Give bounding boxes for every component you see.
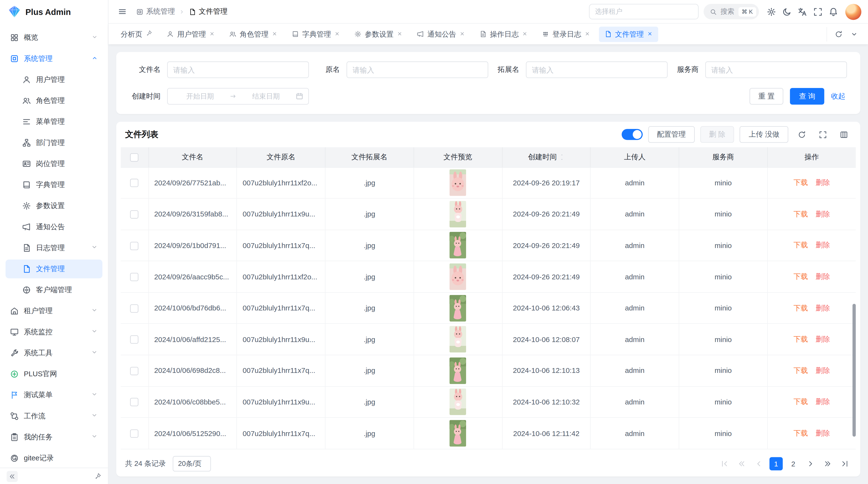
sidebar-item[interactable]: 系统监控 bbox=[5, 323, 102, 342]
collapse-filter-link[interactable]: 收起 bbox=[831, 91, 847, 101]
page-size-select[interactable]: 20条/页 bbox=[173, 456, 211, 472]
column-header[interactable]: 服务商 bbox=[679, 147, 768, 167]
column-header[interactable]: 上传人 bbox=[590, 147, 679, 167]
sidebar-item[interactable]: 我的任务 bbox=[5, 428, 102, 447]
delete-button[interactable]: 删 除 bbox=[700, 126, 734, 143]
column-header[interactable]: 操作 bbox=[768, 147, 856, 167]
tab-item[interactable]: 通知公告 bbox=[411, 26, 471, 42]
filter-field-input[interactable] bbox=[346, 61, 488, 78]
download-link[interactable]: 下载 bbox=[794, 304, 808, 312]
tab-item[interactable]: 参数设置 bbox=[349, 26, 408, 42]
column-header[interactable]: 文件拓展名 bbox=[325, 147, 414, 167]
delete-link[interactable]: 删除 bbox=[816, 335, 830, 343]
delete-link[interactable]: 删除 bbox=[816, 366, 830, 375]
cell-preview[interactable] bbox=[414, 418, 502, 449]
column-header[interactable]: 文件预览 bbox=[414, 147, 502, 167]
filter-field-input[interactable] bbox=[167, 61, 309, 78]
sidebar-item[interactable]: 客户端管理 bbox=[5, 281, 102, 299]
column-settings-button[interactable] bbox=[836, 127, 851, 142]
cell-preview[interactable] bbox=[414, 167, 502, 198]
table-scrollbar[interactable] bbox=[852, 304, 856, 437]
next-page-button[interactable] bbox=[804, 457, 817, 470]
close-icon[interactable] bbox=[647, 30, 653, 38]
column-header[interactable]: 文件名 bbox=[148, 147, 237, 167]
download-link[interactable]: 下载 bbox=[794, 398, 808, 406]
search-button[interactable]: 查 询 bbox=[790, 88, 824, 105]
delete-link[interactable]: 删除 bbox=[816, 304, 830, 312]
filter-field-input[interactable] bbox=[705, 61, 847, 78]
close-icon[interactable] bbox=[272, 30, 277, 38]
download-link[interactable]: 下载 bbox=[794, 335, 808, 343]
first-page-button[interactable] bbox=[718, 457, 731, 470]
cell-preview[interactable] bbox=[414, 230, 502, 261]
row-checkbox[interactable] bbox=[130, 241, 138, 250]
sidebar-item[interactable]: 参数设置 bbox=[5, 196, 102, 215]
sidebar-item[interactable]: 概览 bbox=[5, 28, 102, 47]
config-manage-button[interactable]: 配置管理 bbox=[648, 126, 695, 143]
global-search-button[interactable]: 搜索 ⌘ K bbox=[703, 4, 759, 19]
tab-item[interactable]: 用户管理 bbox=[161, 26, 220, 42]
user-avatar[interactable] bbox=[845, 4, 862, 20]
sidebar-item[interactable]: gitee记录 bbox=[5, 449, 102, 467]
close-icon[interactable] bbox=[397, 30, 402, 38]
tab-item[interactable]: 角色管理 bbox=[224, 26, 283, 42]
breadcrumb-item[interactable]: 系统管理 bbox=[136, 7, 175, 17]
close-icon[interactable] bbox=[460, 30, 465, 38]
download-link[interactable]: 下载 bbox=[794, 366, 808, 375]
tenant-select-input[interactable] bbox=[589, 4, 699, 19]
jump-forward-button[interactable] bbox=[821, 457, 834, 470]
cell-preview[interactable] bbox=[414, 292, 502, 324]
sidebar-item[interactable]: 字典管理 bbox=[5, 175, 102, 194]
row-checkbox[interactable] bbox=[130, 210, 138, 218]
cell-preview[interactable] bbox=[414, 355, 502, 386]
sidebar-item[interactable]: 系统管理 bbox=[5, 49, 102, 68]
sidebar-item[interactable]: PLUS官网 bbox=[5, 365, 102, 384]
row-checkbox[interactable] bbox=[130, 398, 138, 407]
page-button-1[interactable]: 1 bbox=[769, 457, 783, 470]
jump-back-button[interactable] bbox=[735, 457, 748, 470]
delete-link[interactable]: 删除 bbox=[816, 210, 830, 218]
download-link[interactable]: 下载 bbox=[794, 272, 808, 281]
column-header[interactable]: 创建时间 bbox=[502, 147, 590, 167]
breadcrumb-item[interactable]: 文件管理 bbox=[189, 7, 227, 17]
column-header[interactable]: 文件原名 bbox=[237, 147, 325, 167]
delete-link[interactable]: 删除 bbox=[816, 179, 830, 187]
tab-item[interactable]: 登录日志 bbox=[536, 26, 596, 42]
sidebar-item[interactable]: 通知公告 bbox=[5, 218, 102, 236]
bell-button[interactable] bbox=[826, 4, 840, 19]
app-logo[interactable]: Plus Admin bbox=[0, 0, 108, 23]
tab-item[interactable]: 操作日志 bbox=[474, 26, 533, 42]
sidebar-item[interactable]: 工作流 bbox=[5, 407, 102, 425]
sidebar-collapse-button[interactable] bbox=[7, 471, 18, 482]
refresh-table-button[interactable] bbox=[794, 127, 809, 142]
filter-field-input[interactable] bbox=[526, 61, 668, 78]
delete-link[interactable]: 删除 bbox=[816, 272, 830, 281]
row-checkbox[interactable] bbox=[130, 273, 138, 281]
close-icon[interactable] bbox=[585, 30, 590, 38]
cell-preview[interactable] bbox=[414, 198, 502, 230]
close-icon[interactable] bbox=[209, 30, 215, 38]
select-all-checkbox[interactable] bbox=[130, 153, 138, 161]
close-icon[interactable] bbox=[522, 30, 528, 38]
sidebar-item[interactable]: 角色管理 bbox=[5, 91, 102, 110]
moon-button[interactable] bbox=[779, 4, 794, 19]
sidebar-item[interactable]: 岗位管理 bbox=[5, 155, 102, 173]
tab-item[interactable]: 分析页 bbox=[115, 26, 158, 42]
sidebar-item[interactable]: 租户管理 bbox=[5, 301, 102, 320]
page-button-2[interactable]: 2 bbox=[786, 457, 800, 470]
upload-button[interactable]: 上传 没做 bbox=[740, 126, 788, 143]
translate-button[interactable] bbox=[795, 4, 809, 19]
cell-preview[interactable] bbox=[414, 324, 502, 355]
row-checkbox[interactable] bbox=[130, 429, 138, 438]
download-link[interactable]: 下载 bbox=[794, 179, 808, 187]
fullscreen-button[interactable] bbox=[810, 4, 825, 19]
row-checkbox[interactable] bbox=[130, 335, 138, 344]
sidebar-item[interactable]: 日志管理 bbox=[5, 238, 102, 257]
download-link[interactable]: 下载 bbox=[794, 241, 808, 249]
download-link[interactable]: 下载 bbox=[794, 210, 808, 218]
row-checkbox[interactable] bbox=[130, 367, 138, 375]
tab-item[interactable]: 字典管理 bbox=[286, 26, 345, 42]
sort-icons[interactable] bbox=[559, 153, 565, 161]
cell-preview[interactable] bbox=[414, 261, 502, 292]
reset-button[interactable]: 重 置 bbox=[749, 88, 783, 105]
